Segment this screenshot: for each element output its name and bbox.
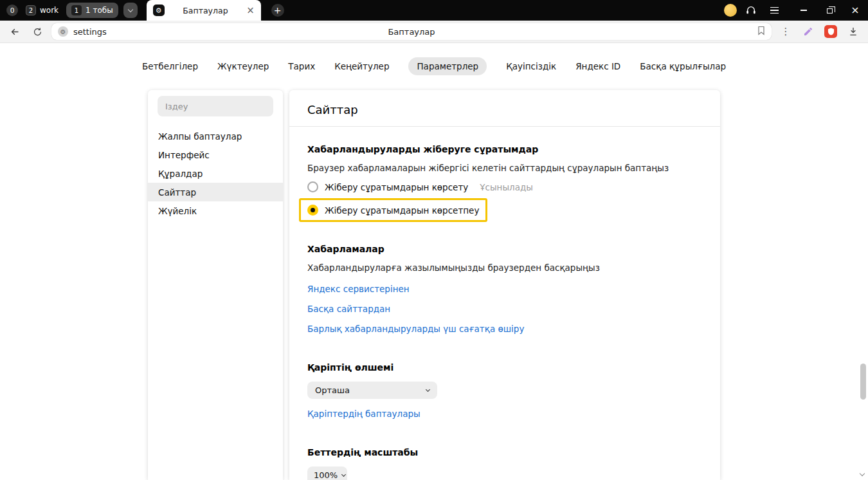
new-tab-button[interactable]: + (271, 4, 284, 17)
downloads-icon[interactable] (845, 22, 862, 41)
radio-show-requests-label: Жіберу сұратымдарын көрсету (325, 182, 468, 192)
address-bar[interactable]: ⚙ settings Баптаулар (51, 23, 772, 40)
protect-shield-icon[interactable] (822, 22, 839, 41)
tab-group-work[interactable]: 2 work (23, 5, 61, 15)
tab-counter-badge[interactable]: 0 (6, 5, 18, 16)
radio-on-icon[interactable] (307, 205, 318, 216)
notification-requests-description: Браузер хабарламаларын жібергісі келетін… (307, 163, 702, 173)
minimize-button[interactable] (791, 0, 817, 21)
font-size-select-value: Орташа (315, 385, 350, 395)
radio-show-requests[interactable]: Жіберу сұратымдарын көрсету Ұсынылады (307, 178, 702, 196)
radio-hide-requests-label: Жіберу сұратымдарын көрсетпеу (325, 205, 479, 216)
edit-pencil-icon[interactable] (800, 22, 817, 41)
link-font-settings[interactable]: Қаріптердің баптаулары (307, 409, 702, 419)
search-placeholder: Іздеу (165, 102, 188, 111)
browser-toolbar: ⚙ settings Баптаулар ⋮ (0, 21, 868, 43)
window-controls: × (791, 0, 868, 21)
settings-gear-icon: ⚙ (153, 5, 165, 16)
font-size-select[interactable]: Орташа (307, 382, 437, 399)
settings-main-panel: Сайттар Хабарландыруларды жіберуге сұрат… (289, 90, 720, 480)
profile-avatar[interactable] (724, 4, 737, 17)
restore-button[interactable] (817, 0, 842, 21)
settings-sidebar: Іздеу Жалпы баптаулар Интерфейс Құралдар… (148, 90, 283, 480)
tab-group-dropdown-button[interactable] (123, 3, 138, 18)
radio-hide-requests[interactable]: Жіберу сұратымдарын көрсетпеу (307, 201, 479, 219)
page-zoom-select[interactable]: 100% (307, 466, 347, 480)
window-titlebar: 0 2 work 1 1 тобы ⚙ Баптаулар × + × (0, 0, 868, 21)
tab-group-work-label: work (40, 6, 59, 15)
scroll-down-button[interactable] (859, 471, 865, 477)
tab-group-work-count: 2 (26, 5, 36, 15)
sidebar-item-tools[interactable]: Құралдар (148, 164, 283, 183)
close-icon: × (851, 5, 859, 15)
link-yandex-services[interactable]: Яндекс сервистерінен (307, 284, 702, 294)
sidebar-item-interface[interactable]: Интерфейс (148, 145, 283, 164)
notifications-heading: Хабарламалар (307, 244, 702, 254)
sidebar-item-system[interactable]: Жүйелік (148, 201, 283, 220)
font-size-heading: Қаріптің өлшемі (307, 362, 702, 373)
chevron-down-icon (341, 472, 346, 477)
notification-requests-heading: Хабарландыруларды жіберуге сұратымдар (307, 144, 702, 154)
scrollbar-thumb[interactable] (860, 364, 866, 400)
recommended-badge: Ұсынылады (480, 182, 533, 192)
more-menu-icon[interactable]: ⋮ (777, 22, 794, 41)
link-mute-all-notifications[interactable]: Барлық хабарландыруларды үш сағатқа өшір… (307, 324, 702, 334)
bookmark-icon[interactable] (757, 26, 765, 38)
nav-other-devices[interactable]: Басқа құрылғылар (640, 57, 726, 75)
page-zoom-heading: Беттердің масштабы (307, 447, 702, 457)
url-text: settings (73, 27, 107, 37)
nav-extensions[interactable]: Кеңейтулер (334, 57, 389, 75)
support-headphones-icon[interactable] (742, 0, 760, 21)
close-button[interactable]: × (842, 0, 868, 21)
notifications-description: Хабарландыруларға жазылымыңызды браузерд… (307, 263, 702, 273)
page-title-centered: Баптаулар (51, 27, 772, 37)
active-tab-settings[interactable]: ⚙ Баптаулар × (147, 0, 261, 21)
sidebar-item-general[interactable]: Жалпы баптаулар (148, 127, 283, 145)
radio-off-icon[interactable] (307, 181, 318, 192)
tab-group-toby-count: 1 (71, 5, 82, 15)
nav-settings-active[interactable]: Параметрлер (408, 57, 487, 75)
hamburger-menu-icon[interactable] (765, 0, 783, 21)
restore-icon (827, 8, 833, 14)
sidebar-item-sites-active[interactable]: Сайттар (148, 183, 283, 201)
sidebar-search-input[interactable]: Іздеу (158, 96, 273, 116)
nav-bookmarks[interactable]: Бетбелгілер (142, 57, 198, 75)
tab-group-toby-label: 1 тобы (86, 6, 113, 15)
sidebar-list: Жалпы баптаулар Интерфейс Құралдар Сайтт… (148, 127, 283, 220)
minimize-icon (800, 10, 807, 10)
nav-downloads[interactable]: Жүктеулер (217, 57, 269, 75)
nav-history[interactable]: Тарих (288, 57, 315, 75)
settings-nav: Бетбелгілер Жүктеулер Тарих Кеңейтулер П… (0, 57, 868, 75)
active-tab-title: Баптаулар (170, 6, 241, 15)
link-other-sites[interactable]: Басқа сайттардан (307, 304, 702, 314)
chevron-down-icon (127, 6, 132, 12)
chevron-down-icon (426, 387, 430, 392)
page-zoom-select-value: 100% (314, 470, 338, 480)
chevron-down-icon (860, 470, 865, 475)
nav-yandex-id[interactable]: Яндекс ID (575, 57, 620, 75)
tab-group-toby[interactable]: 1 1 тобы (66, 3, 118, 18)
refresh-button[interactable] (29, 22, 46, 41)
highlight-annotation: Жіберу сұратымдарын көрсетпеу (299, 198, 487, 222)
page-title: Сайттар (289, 90, 720, 127)
nav-security[interactable]: Қауіпсіздік (506, 57, 556, 75)
back-button[interactable] (6, 22, 23, 41)
tab-close-icon[interactable]: × (246, 6, 255, 15)
site-favicon: ⚙ (58, 26, 68, 37)
